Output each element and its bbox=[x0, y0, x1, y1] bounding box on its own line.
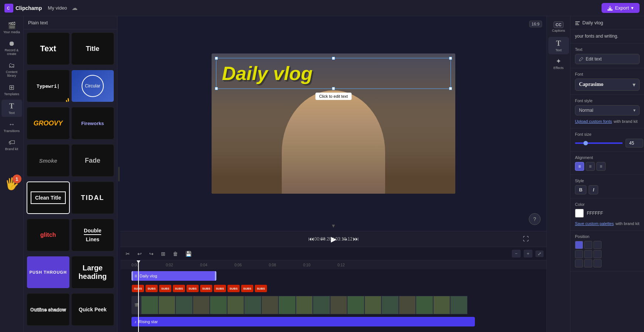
template-circular[interactable]: Circular bbox=[71, 70, 114, 102]
template-text[interactable]: Text bbox=[27, 32, 70, 65]
panel-header: Plain text bbox=[24, 16, 117, 30]
text-tool-button[interactable]: T Text 🖐 3 bbox=[548, 37, 569, 54]
app-name: Clipchamp bbox=[16, 5, 42, 11]
font-size-slider[interactable] bbox=[575, 142, 623, 144]
help-button[interactable]: ? bbox=[529, 213, 541, 225]
pos-top-center[interactable] bbox=[584, 241, 592, 249]
subs-item[interactable]: SUBS bbox=[214, 285, 226, 292]
template-large-heading[interactable]: Large heading bbox=[71, 256, 114, 288]
captions-button[interactable]: CC Captions bbox=[548, 19, 569, 35]
film-frame bbox=[227, 296, 244, 314]
template-outline-shadow[interactable]: Outline shadow bbox=[27, 293, 70, 326]
sidebar-item-record-create[interactable]: ⏺ Record &create bbox=[1, 38, 22, 58]
redo-button[interactable]: ↪ bbox=[147, 249, 156, 258]
subs-item[interactable]: SUBS bbox=[186, 285, 199, 292]
upload-custom-fonts-link[interactable]: Upload custom fonts bbox=[575, 119, 612, 124]
pos-top-right[interactable] bbox=[593, 241, 602, 249]
save-custom-palettes-link[interactable]: Save custom palettes bbox=[575, 221, 614, 226]
template-push-through[interactable]: PUSH THROUGH bbox=[27, 256, 70, 288]
subs-item[interactable]: SUBS bbox=[255, 285, 267, 292]
template-typewriter[interactable]: Typewri| 🖐 2 bbox=[27, 70, 70, 102]
template-double-lines[interactable]: Double Lines bbox=[71, 219, 114, 251]
sidebar-item-transitions[interactable]: ↔ Transitions bbox=[1, 118, 22, 135]
align-right-button[interactable]: ≡ bbox=[596, 162, 606, 171]
video-background: Daily vlog Click to edit text bbox=[212, 53, 455, 194]
right-icon-sidebar: CC Captions T Text 🖐 3 ✦ Effects bbox=[547, 16, 570, 332]
cloud-icon: ☁ bbox=[72, 4, 78, 11]
template-clean-title[interactable]: Clean Title bbox=[27, 181, 70, 214]
italic-button[interactable]: I bbox=[589, 185, 598, 194]
film-frame bbox=[141, 296, 158, 314]
properties-style-section: Style B I bbox=[571, 175, 644, 198]
video-text[interactable]: Daily vlog bbox=[219, 61, 448, 86]
aspect-ratio-badge[interactable]: 16:9 bbox=[529, 21, 542, 27]
fit-timeline-button[interactable]: ⤢ bbox=[535, 250, 544, 257]
template-smoke[interactable]: Smoke bbox=[27, 144, 70, 177]
subs-item[interactable]: SUBS bbox=[132, 285, 144, 292]
properties-font-size-section: Font size bbox=[571, 128, 644, 152]
clip-audio[interactable]: ♪ Rising star bbox=[131, 317, 475, 326]
template-title[interactable]: Title bbox=[71, 32, 114, 65]
subs-item[interactable]: SUBS bbox=[145, 285, 158, 292]
split-tool-button[interactable]: ✂ bbox=[123, 249, 132, 258]
film-frame bbox=[158, 296, 176, 314]
effects-button[interactable]: ✦ Effects bbox=[548, 55, 569, 72]
sidebar-item-templates[interactable]: ⊞ Templates bbox=[1, 81, 22, 98]
panel-divider[interactable] bbox=[117, 16, 120, 332]
pos-bot-right[interactable] bbox=[593, 259, 602, 267]
zoom-out-button[interactable]: － bbox=[512, 250, 521, 257]
pos-bot-center[interactable] bbox=[584, 259, 592, 267]
subs-item[interactable]: SUBS bbox=[241, 285, 253, 292]
properties-color-section: Color FFFFFF Save custom palettes with b… bbox=[571, 198, 644, 231]
align-center-button[interactable]: ≡ bbox=[586, 162, 595, 171]
time-display: 00:00.28 / 03:19.12 bbox=[314, 236, 352, 242]
save-timeline-button[interactable]: 💾 bbox=[183, 249, 194, 258]
sidebar-item-your-media[interactable]: 🎬 Your media bbox=[1, 19, 22, 36]
font-style-selector[interactable]: Normal ▾ bbox=[575, 105, 640, 115]
export-button[interactable]: Export ▾ bbox=[602, 3, 640, 13]
undo-button[interactable]: ↩ bbox=[135, 249, 144, 258]
fullscreen-button[interactable]: ⛶ bbox=[523, 236, 529, 242]
preview-area: 16:9 bbox=[120, 16, 547, 231]
sidebar-item-brand-kit[interactable]: 🏷 Brand kit bbox=[1, 136, 22, 153]
subs-item[interactable]: SUBS bbox=[159, 285, 171, 292]
skip-back-button[interactable]: ⏮ bbox=[308, 236, 314, 242]
sidebar-item-content-library[interactable]: 🗂 Contentlibrary bbox=[1, 59, 22, 80]
film-frame bbox=[193, 296, 210, 314]
filmstrip[interactable]: 🎬 bbox=[131, 296, 475, 314]
align-left-button[interactable]: ≡ bbox=[575, 162, 584, 171]
pos-bot-left[interactable] bbox=[575, 259, 583, 267]
film-frame bbox=[330, 296, 347, 314]
subs-item[interactable]: SUBS bbox=[227, 285, 240, 292]
bold-button[interactable]: B bbox=[575, 185, 586, 194]
template-groovy[interactable]: GROOVY bbox=[27, 107, 70, 139]
zoom-in-button[interactable]: ＋ bbox=[524, 250, 532, 257]
sidebar-item-text[interactable]: T Text bbox=[1, 100, 22, 117]
pos-mid-left[interactable] bbox=[575, 250, 583, 258]
subs-item[interactable]: SUBS bbox=[173, 285, 185, 292]
template-fade[interactable]: Fade bbox=[71, 144, 114, 177]
subs-item[interactable]: SUBS bbox=[200, 285, 212, 292]
clip-daily-vlog[interactable]: ⏸ Daily vlog bbox=[131, 271, 216, 281]
skip-forward-button[interactable]: ⏭ bbox=[353, 236, 359, 242]
pos-mid-right[interactable] bbox=[593, 250, 602, 258]
project-title[interactable]: My video bbox=[48, 5, 67, 11]
template-fireworks[interactable]: Fireworks bbox=[71, 107, 114, 139]
edit-text-button[interactable]: Edit text bbox=[575, 54, 640, 64]
svg-rect-2 bbox=[575, 21, 580, 22]
pos-top-left[interactable] bbox=[575, 241, 583, 249]
color-swatch[interactable] bbox=[575, 209, 584, 218]
film-frame bbox=[364, 296, 382, 314]
film-frame bbox=[175, 296, 193, 314]
film-frame bbox=[261, 296, 279, 314]
font-selector[interactable]: Caprasimo ▾ bbox=[575, 79, 640, 91]
delete-button[interactable]: 🗑 bbox=[171, 249, 180, 258]
font-size-input[interactable] bbox=[626, 139, 643, 148]
track-video: 🎬 bbox=[131, 295, 547, 315]
collapse-chevron[interactable]: ▼ bbox=[331, 223, 336, 229]
template-quick-peek[interactable]: Quick Peek bbox=[71, 293, 114, 326]
pos-mid-center[interactable] bbox=[584, 250, 592, 258]
template-glitch[interactable]: glitch bbox=[27, 219, 70, 251]
filter-button[interactable]: ⊞ bbox=[159, 249, 168, 258]
template-tidal[interactable]: TIDAL bbox=[71, 181, 114, 214]
